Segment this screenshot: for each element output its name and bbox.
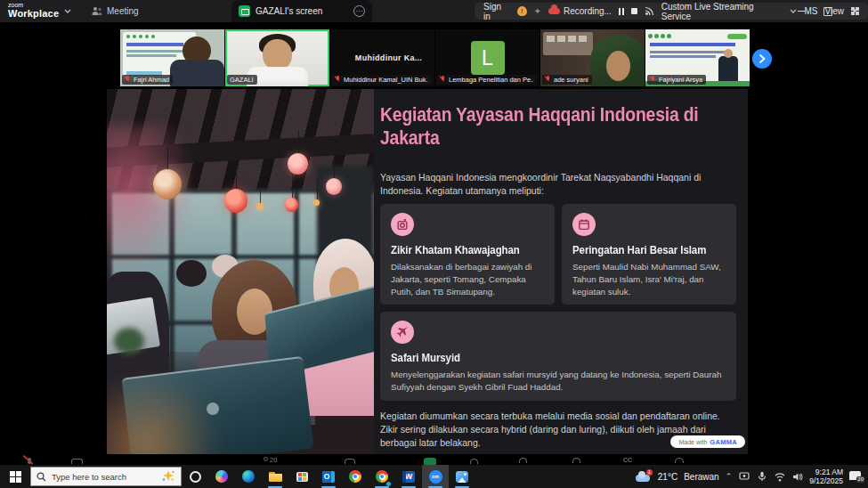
search-highlights-icon[interactable]	[161, 470, 175, 483]
plane-icon	[391, 321, 414, 344]
participant-name: GAZALI	[230, 76, 254, 84]
search-icon	[37, 472, 46, 482]
chrome-profile-button[interactable]	[369, 465, 395, 488]
mic-muted-icon	[650, 76, 656, 84]
outlook-icon	[322, 471, 335, 483]
streaming-service-label[interactable]: Custom Live Streaming Service	[661, 2, 783, 21]
weather-icon[interactable]: 1	[636, 471, 652, 482]
teams-icon[interactable]	[738, 471, 750, 483]
reactions-icon[interactable]	[519, 458, 527, 463]
participants-icon[interactable]: 20	[264, 456, 277, 464]
ai-sparkle-icon[interactable]: ✦	[534, 6, 541, 16]
recording-indicator[interactable]: Recording...	[548, 6, 612, 16]
slide-intro: Yayasan Haqqani Indonesia mengkoordinir …	[380, 171, 733, 198]
apps-icon[interactable]	[572, 458, 580, 463]
live-stream-icon	[645, 6, 654, 16]
participant-tile[interactable]: ade suryani	[540, 29, 645, 86]
tab-meeting[interactable]: Meeting	[92, 0, 139, 22]
weather-temperature[interactable]: 21°C	[658, 472, 677, 482]
network-icon[interactable]	[774, 471, 785, 483]
copilot-icon	[215, 470, 228, 483]
window-controls: ✕	[788, 0, 868, 22]
cortana-button[interactable]	[182, 465, 208, 488]
tab-options-icon[interactable]: ⋯	[353, 5, 365, 17]
share-screen-icon[interactable]	[424, 458, 436, 465]
restore-button[interactable]	[815, 0, 841, 22]
participant-name: ade suryani	[554, 76, 588, 84]
word-button[interactable]: W	[395, 465, 422, 488]
card-title: Zikir Khatam Khawajaghan	[391, 244, 531, 256]
slide-card-zikir: Zikir Khatam Khawajaghan Dilaksanakan di…	[380, 204, 555, 305]
chevron-up-icon[interactable]: ⌃	[726, 472, 733, 481]
person-figure	[176, 260, 207, 287]
zoom-workplace-logo: zoom Workplace	[8, 2, 59, 19]
participant-tile[interactable]: Muhiddinur Ka... Muhiddinur Kamal_UIN Bu…	[330, 29, 434, 86]
participant-filmstrip: Fajri Ahmad GAZALI Muhiddinur Ka... Muhi…	[120, 29, 750, 86]
participant-name: Muhiddinur Kamal_UIN Buk...	[344, 76, 428, 84]
participant-name: Fajriyani Arsya	[659, 76, 702, 84]
search-placeholder: Type here to search	[52, 472, 126, 482]
zoom-app-button[interactable]: zm	[422, 465, 449, 488]
card-title: Safari Mursyid	[391, 352, 699, 364]
next-participants-button[interactable]	[752, 49, 772, 69]
windows-logo-icon	[10, 471, 21, 483]
clock[interactable]: 9:21 AM 9/12/2025	[809, 468, 843, 485]
mic-icon[interactable]	[756, 471, 767, 483]
participant-tile[interactable]: Fajri Ahmad	[120, 29, 224, 86]
mic-muted-icon[interactable]	[24, 455, 34, 464]
card-title: Peringatan Hari Besar Islam	[572, 244, 713, 256]
participant-tile[interactable]: L Lembaga Penelitian dan Pe...	[435, 29, 539, 86]
recording-label: Recording...	[564, 6, 612, 16]
card-body: Dilaksanakan di berbagai zawiyah di Jaka…	[391, 261, 544, 299]
photos-button[interactable]	[449, 465, 475, 488]
tab-screen-label: GAZALI's screen	[256, 6, 322, 16]
screen-share-icon	[239, 5, 250, 17]
made-with-gamma-badge[interactable]: Made with Gamma	[670, 435, 745, 448]
shared-screen: Kegiatan Yayasan Haqqani Indonesia di Ja…	[107, 89, 748, 454]
chat-icon[interactable]	[345, 459, 355, 464]
participant-name-badge: Muhiddinur Kamal_UIN Buk...	[332, 75, 432, 85]
tab-meeting-label: Meeting	[107, 6, 139, 16]
chevron-down-icon[interactable]	[64, 9, 71, 13]
security-shield-icon[interactable]: !	[517, 6, 527, 16]
more-icon[interactable]	[675, 458, 684, 463]
captions-icon[interactable]: CC	[623, 457, 632, 463]
tab-gazali-screen[interactable]: GAZALI's screen ⋯	[231, 0, 372, 22]
outlook-button[interactable]	[315, 465, 342, 488]
participant-name-badge: Fajriyani Arsya	[647, 75, 706, 85]
participant-tile-active-speaker[interactable]: GAZALI	[225, 29, 329, 86]
notifications-icon[interactable]: 20	[849, 471, 863, 482]
participant-display-name: Muhiddinur Ka...	[343, 53, 422, 62]
volume-icon[interactable]	[791, 471, 803, 483]
participant-name-badge: ade suryani	[542, 75, 592, 85]
camera-icon[interactable]	[71, 459, 83, 464]
file-explorer-button[interactable]	[262, 465, 288, 488]
badge-prefix: Made with	[678, 439, 707, 445]
chrome-icon	[349, 470, 361, 483]
gamma-logo: Gamma	[710, 438, 737, 446]
card-body: Menyelenggarakan kegiatan safari mursyid…	[391, 369, 726, 394]
pause-recording-button[interactable]	[619, 8, 624, 15]
record-icon[interactable]	[470, 459, 478, 464]
participants-count: 20	[270, 456, 277, 464]
participant-tile[interactable]: Fajriyani Arsya	[645, 29, 750, 86]
zikir-counter-icon	[391, 213, 414, 236]
minimize-button[interactable]	[788, 0, 815, 22]
store-button[interactable]	[288, 465, 315, 488]
slide-card-peringatan: Peringatan Hari Besar Islam Seperti Maul…	[562, 204, 736, 305]
participant-name-badge: Fajri Ahmad	[122, 75, 173, 85]
close-button[interactable]: ✕	[841, 0, 868, 22]
taskbar-search[interactable]: Type here to search	[30, 467, 182, 486]
folder-icon	[269, 472, 282, 482]
stop-recording-button[interactable]	[631, 8, 637, 14]
mic-muted-icon	[545, 76, 551, 84]
calendar-icon	[572, 213, 596, 236]
weather-condition[interactable]: Berawan	[684, 472, 718, 482]
cloud-recording-icon	[548, 8, 560, 14]
chrome-badge	[385, 481, 392, 487]
start-button[interactable]	[0, 465, 30, 488]
chrome-button[interactable]	[342, 465, 369, 488]
copilot-button[interactable]	[208, 465, 235, 488]
sign-in-button[interactable]: Sign in	[483, 2, 510, 21]
edge-button[interactable]	[235, 465, 262, 488]
